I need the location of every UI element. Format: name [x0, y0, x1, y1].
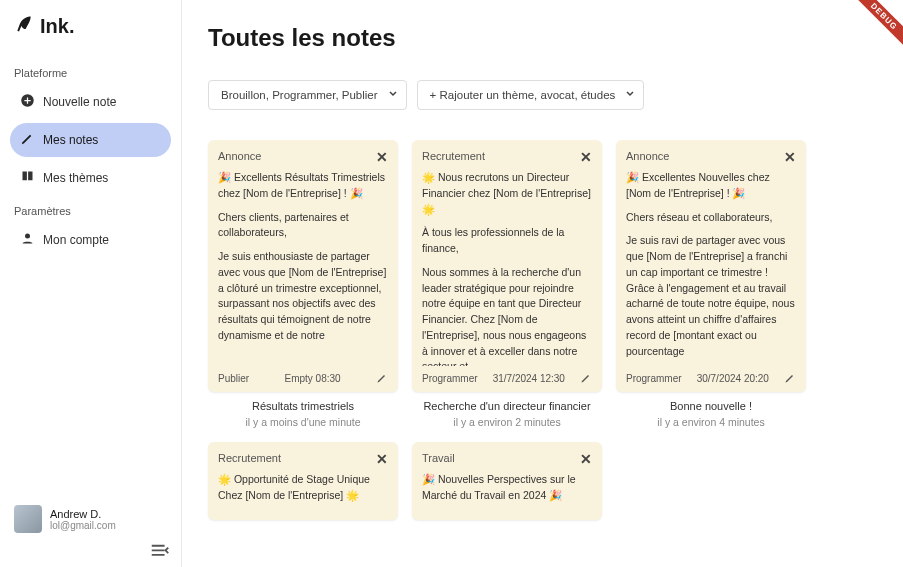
note-time: il y a environ 4 minutes: [657, 416, 764, 428]
user-email: lol@gmail.com: [50, 520, 116, 531]
nav-my-notes[interactable]: Mes notes: [10, 123, 171, 157]
note-card[interactable]: Recrutement ✕ 🌟 Nous recrutons un Direct…: [412, 140, 602, 392]
status-filter-label: Brouillon, Programmer, Publier: [221, 89, 378, 101]
note-caption: Résultats trimestriels: [252, 400, 354, 412]
theme-filter-label: + Rajouter un thème, avocat, études: [430, 89, 616, 101]
page-title: Toutes les notes: [208, 24, 877, 52]
close-icon[interactable]: ✕: [376, 452, 388, 466]
note-meta: Empty 08:30: [284, 373, 340, 384]
nav-label: Nouvelle note: [43, 95, 116, 109]
note-tag: Recrutement: [218, 452, 281, 464]
note-body: 🎉 Excellents Résultats Trimestriels chez…: [218, 170, 388, 366]
nav-my-themes[interactable]: Mes thèmes: [10, 161, 171, 195]
theme-filter[interactable]: + Rajouter un thème, avocat, études: [417, 80, 645, 110]
plus-circle-icon: [20, 93, 35, 111]
user-name: Andrew D.: [50, 508, 116, 520]
note-body: 🌟 Nous recrutons un Directeur Financier …: [422, 170, 592, 366]
note-time: il y a moins d'une minute: [245, 416, 360, 428]
close-icon[interactable]: ✕: [784, 150, 796, 164]
note-item: Recrutement ✕ 🌟 Opportunité de Stage Uni…: [208, 442, 398, 520]
note-meta: 30/7/2024 20:20: [697, 373, 769, 384]
close-icon[interactable]: ✕: [580, 150, 592, 164]
edit-icon[interactable]: [784, 372, 796, 384]
section-label-settings: Paramètres: [14, 205, 171, 217]
note-caption: Recherche d'un directeur financier: [423, 400, 590, 412]
nav-label: Mon compte: [43, 233, 109, 247]
user-icon: [20, 231, 35, 249]
sidebar: Ink. Plateforme Nouvelle note Mes notes …: [0, 0, 182, 567]
sidebar-collapse-button[interactable]: [149, 543, 171, 559]
note-meta: 31/7/2024 12:30: [493, 373, 565, 384]
note-card[interactable]: Travail ✕ 🎉 Nouvelles Perspectives sur l…: [412, 442, 602, 520]
feather-icon: [14, 14, 34, 39]
filter-row: Brouillon, Programmer, Publier + Rajoute…: [208, 80, 877, 110]
note-item: Annonce ✕ 🎉 Excellents Résultats Trimest…: [208, 140, 398, 428]
close-icon[interactable]: ✕: [376, 150, 388, 164]
close-icon[interactable]: ✕: [580, 452, 592, 466]
chevron-down-icon: [388, 89, 398, 101]
avatar: [14, 505, 42, 533]
note-body: 🎉 Excellentes Nouvelles chez [Nom de l'E…: [626, 170, 796, 366]
nav-label: Mes notes: [43, 133, 98, 147]
user-block[interactable]: Andrew D. lol@gmail.com: [10, 499, 171, 539]
note-status: Programmer: [422, 373, 478, 384]
svg-point-1: [25, 234, 30, 239]
nav-new-note[interactable]: Nouvelle note: [10, 85, 171, 119]
note-tag: Recrutement: [422, 150, 485, 162]
note-body: 🌟 Opportunité de Stage Unique Chez [Nom …: [218, 472, 388, 512]
note-tag: Travail: [422, 452, 455, 464]
note-item: Travail ✕ 🎉 Nouvelles Perspectives sur l…: [412, 442, 602, 520]
section-label-platform: Plateforme: [14, 67, 171, 79]
note-body: 🎉 Nouvelles Perspectives sur le Marché d…: [422, 472, 592, 512]
note-card[interactable]: Annonce ✕ 🎉 Excellents Résultats Trimest…: [208, 140, 398, 392]
app-logo: Ink.: [10, 14, 171, 39]
nav-my-account[interactable]: Mon compte: [10, 223, 171, 257]
app-name: Ink.: [40, 15, 74, 38]
chevron-down-icon: [625, 89, 635, 101]
note-time: il y a environ 2 minutes: [453, 416, 560, 428]
edit-icon[interactable]: [580, 372, 592, 384]
pen-icon: [20, 131, 35, 149]
edit-icon[interactable]: [376, 372, 388, 384]
status-filter[interactable]: Brouillon, Programmer, Publier: [208, 80, 407, 110]
note-card[interactable]: Annonce ✕ 🎉 Excellentes Nouvelles chez […: [616, 140, 806, 392]
note-item: Recrutement ✕ 🌟 Nous recrutons un Direct…: [412, 140, 602, 428]
note-status: Programmer: [626, 373, 682, 384]
main-content: Toutes les notes Brouillon, Programmer, …: [182, 0, 903, 567]
note-status: Publier: [218, 373, 249, 384]
notes-grid: Annonce ✕ 🎉 Excellents Résultats Trimest…: [208, 140, 877, 520]
note-item: Annonce ✕ 🎉 Excellentes Nouvelles chez […: [616, 140, 806, 428]
note-card[interactable]: Recrutement ✕ 🌟 Opportunité de Stage Uni…: [208, 442, 398, 520]
nav-label: Mes thèmes: [43, 171, 108, 185]
note-caption: Bonne nouvelle !: [670, 400, 752, 412]
note-tag: Annonce: [218, 150, 261, 162]
note-tag: Annonce: [626, 150, 669, 162]
book-icon: [20, 169, 35, 187]
